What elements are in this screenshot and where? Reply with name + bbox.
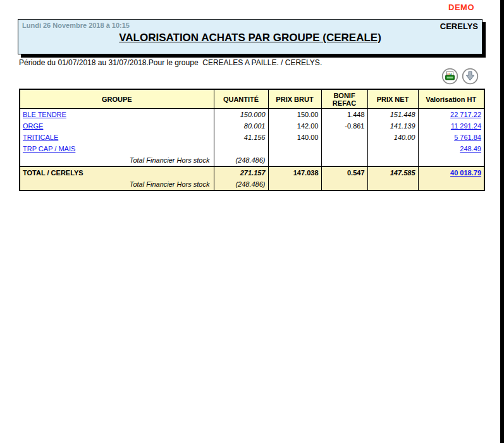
download-button[interactable] <box>462 68 479 85</box>
report-datetime: Lundi 26 Novembre 2018 à 10:15 <box>22 22 130 29</box>
table-cell: TRP CAP / MAIS <box>20 143 214 154</box>
window-right-edge <box>500 0 504 443</box>
valorisation-link[interactable]: 40 018.79 <box>450 169 481 177</box>
download-icon <box>462 68 479 85</box>
valorisation-link[interactable]: 11 291.24 <box>451 122 481 130</box>
group-link[interactable]: TRP CAP / MAIS <box>23 145 75 153</box>
demo-watermark: DEMO <box>448 3 474 12</box>
valuation-table-wrapper: GROUPE QUANTITÉ PRIX BRUT BONIF REFAC PR… <box>19 89 485 191</box>
table-cell: 141.139 <box>367 120 418 132</box>
group-link[interactable]: TRITICALE <box>23 134 58 141</box>
table-row: ORGE80.001142.00-0.861141.13911 291.24 <box>20 120 484 132</box>
table-cell <box>321 143 367 154</box>
company-name: CERELYS <box>440 22 478 31</box>
table-cell: 147.038 <box>268 166 321 178</box>
table-cell: 147.585 <box>367 166 418 178</box>
table-cell: 80.001 <box>214 120 268 132</box>
table-cell <box>367 143 418 154</box>
table-cell <box>268 178 321 190</box>
table-cell: 151.448 <box>367 109 418 121</box>
table-row: TRP CAP / MAIS248.49 <box>20 143 484 154</box>
report-header-panel: Lundi 26 Novembre 2018 à 10:15 CERELYS V… <box>18 19 482 54</box>
column-header-bonif-refac: BONIF REFAC <box>321 89 367 109</box>
table-cell: 0.547 <box>321 166 367 178</box>
table-cell: (248.486) <box>214 178 268 190</box>
print-button[interactable] <box>441 68 458 85</box>
table-cell: 5 761.84 <box>418 132 484 143</box>
table-cell <box>321 178 367 190</box>
print-icon <box>441 68 458 85</box>
table-cell: 140.00 <box>268 132 321 143</box>
table-cell: 140.00 <box>367 132 418 143</box>
period-line: Période du 01/07/2018 au 31/07/2018.Pour… <box>19 58 322 67</box>
table-cell: 22 717.22 <box>418 109 484 121</box>
column-header-quantite: QUANTITÉ <box>214 89 268 109</box>
table-cell <box>268 143 321 154</box>
table-cell: 271.157 <box>214 166 268 178</box>
table-cell: -0.861 <box>321 120 367 132</box>
column-header-valorisation: Valorisation HT <box>418 89 484 109</box>
table-cell: (248.486) <box>214 154 268 166</box>
table-cell: 150.00 <box>268 109 321 121</box>
column-header-groupe: GROUPE <box>20 89 214 109</box>
table-cell <box>418 178 484 190</box>
valuation-table: GROUPE QUANTITÉ PRIX BRUT BONIF REFAC PR… <box>19 89 485 191</box>
table-cell: 1.448 <box>321 109 367 121</box>
table-cell <box>418 154 484 166</box>
report-table-body: BLE TENDRE150.000150.001.448151.44822 71… <box>20 109 484 191</box>
table-row: TOTAL / CERELYS271.157147.0380.547147.58… <box>20 166 484 178</box>
column-header-prix-net: PRIX NET <box>367 89 418 109</box>
toolbar <box>441 68 479 85</box>
table-row: Total Financier Hors stock(248.486) <box>20 178 484 190</box>
table-row: Total Financier Hors stock(248.486) <box>20 154 484 166</box>
table-cell <box>321 154 367 166</box>
table-cell <box>268 154 321 166</box>
table-cell <box>367 178 418 190</box>
table-cell: TRITICALE <box>20 132 214 143</box>
table-cell: 40 018.79 <box>418 166 484 178</box>
group-link[interactable]: ORGE <box>23 122 43 130</box>
table-row: TRITICALE41.156140.00140.005 761.84 <box>20 132 484 143</box>
table-cell: 248.49 <box>418 143 484 154</box>
table-cell <box>321 132 367 143</box>
table-cell: 150.000 <box>214 109 268 121</box>
table-cell: 142.00 <box>268 120 321 132</box>
table-cell: TOTAL / CERELYS <box>20 166 214 178</box>
valorisation-link[interactable]: 248.49 <box>460 145 481 153</box>
table-header-row: GROUPE QUANTITÉ PRIX BRUT BONIF REFAC PR… <box>20 89 484 109</box>
valorisation-link[interactable]: 5 761.84 <box>454 134 481 141</box>
table-cell: Total Financier Hors stock <box>20 154 214 166</box>
table-cell: BLE TENDRE <box>20 109 214 121</box>
table-row: BLE TENDRE150.000150.001.448151.44822 71… <box>20 109 484 121</box>
table-cell <box>367 154 418 166</box>
table-cell: Total Financier Hors stock <box>20 178 214 190</box>
valorisation-link[interactable]: 22 717.22 <box>450 111 481 118</box>
table-cell <box>214 143 268 154</box>
table-cell: ORGE <box>20 120 214 132</box>
report-title: VALORISATION ACHATS PAR GROUPE (CEREALE) <box>22 32 478 44</box>
table-cell: 41.156 <box>214 132 268 143</box>
column-header-prix-brut: PRIX BRUT <box>268 89 321 109</box>
table-cell: 11 291.24 <box>418 120 484 132</box>
group-link[interactable]: BLE TENDRE <box>23 111 66 118</box>
